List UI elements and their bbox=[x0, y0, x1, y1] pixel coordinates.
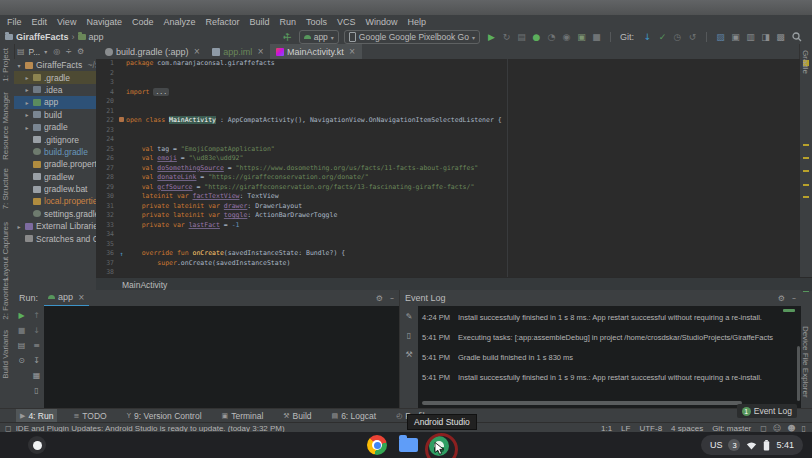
warning-mark[interactable] bbox=[803, 170, 809, 172]
apply-changes-icon[interactable]: ↻ bbox=[500, 31, 513, 44]
stop-icon[interactable]: ■ bbox=[18, 326, 26, 335]
trash-icon[interactable]: ▯ bbox=[407, 331, 411, 340]
tree-item-idea[interactable]: ▸.idea bbox=[14, 84, 96, 96]
gear-icon[interactable]: ⚙ bbox=[778, 294, 785, 303]
search-icon[interactable] bbox=[792, 32, 802, 42]
tree-item-gradle[interactable]: ▸gradle bbox=[14, 121, 96, 133]
attach-profiler-icon[interactable]: ◉ bbox=[560, 31, 573, 44]
tree-item-gitignore[interactable]: .gitignore bbox=[14, 133, 96, 145]
debug-icon[interactable]: ● bbox=[530, 31, 543, 44]
settings-box-icon[interactable]: ▩ bbox=[774, 31, 787, 44]
breadcrumb-class[interactable]: MainActivity bbox=[122, 280, 167, 290]
tree-item-build-gradle[interactable]: build.gradle bbox=[14, 146, 96, 158]
minimize-icon[interactable]: – bbox=[792, 294, 796, 303]
menu-item-file[interactable]: File bbox=[2, 15, 27, 30]
locate-file-icon[interactable]: ◎ bbox=[53, 47, 60, 56]
up-stack-trace-icon[interactable]: ↑ bbox=[33, 311, 40, 320]
chevron-right-icon[interactable]: ▸ bbox=[16, 223, 22, 230]
event-log-content[interactable]: 4:24 PMInstall successfully finished in … bbox=[418, 306, 801, 408]
clear-all-icon[interactable]: ▯ bbox=[34, 386, 38, 395]
attach-debugger-icon[interactable]: ▣ bbox=[575, 31, 588, 44]
warning-mark[interactable] bbox=[803, 184, 809, 186]
close-icon[interactable]: × bbox=[194, 47, 201, 56]
soft-wrap-icon[interactable]: ≡ bbox=[33, 341, 40, 350]
tree-item-app[interactable]: ▸app bbox=[14, 96, 96, 108]
profile-icon[interactable]: ◔ bbox=[545, 31, 558, 44]
minimize-icon[interactable]: – bbox=[390, 294, 394, 303]
avd-manager-icon[interactable]: ▥ bbox=[744, 31, 757, 44]
menu-item-analyze[interactable]: Analyze bbox=[158, 15, 200, 30]
tool-window-button-build[interactable]: ⚒Build bbox=[279, 409, 315, 423]
files-app-icon[interactable] bbox=[399, 438, 418, 452]
menu-item-window[interactable]: Window bbox=[361, 15, 403, 30]
run-tab-app[interactable]: app × bbox=[44, 290, 89, 307]
print-icon[interactable]: ▦ bbox=[33, 371, 41, 380]
code-editor[interactable]: 1package com.naranjaconsal.giraffefacts2… bbox=[96, 59, 800, 277]
editor-tab-app-iml[interactable]: app.iml× bbox=[206, 44, 270, 59]
warning-mark[interactable] bbox=[803, 157, 809, 159]
menu-item-vcs[interactable]: VCS bbox=[332, 15, 361, 30]
horizontal-scrollbar[interactable] bbox=[422, 401, 742, 405]
wrench-icon[interactable]: ⚒ bbox=[405, 350, 412, 359]
chevron-right-icon[interactable]: ▸ bbox=[24, 124, 30, 131]
run-configuration-select[interactable]: app ▾ bbox=[299, 30, 339, 44]
settings-gear-icon[interactable]: ⚙ bbox=[77, 47, 84, 56]
pencil-icon[interactable]: ✎ bbox=[406, 312, 413, 321]
menu-item-build[interactable]: Build bbox=[244, 15, 274, 30]
stripe-button-gradle[interactable]: Gradle bbox=[801, 50, 810, 74]
stripe-button-layout-captures[interactable]: Layout Captures bbox=[1, 222, 10, 281]
stripe-button-build-variants[interactable]: Build Variants bbox=[1, 330, 10, 379]
tree-item-settings-gradle[interactable]: settings.gradle bbox=[14, 208, 96, 220]
down-stack-trace-icon[interactable]: ↓ bbox=[33, 326, 40, 335]
tree-item-gradlew[interactable]: gradlew bbox=[14, 171, 96, 183]
tree-item-gradle[interactable]: ▸.gradle bbox=[14, 71, 96, 83]
editor-tab-build-gradle-app[interactable]: build.gradle (:app)× bbox=[99, 44, 206, 59]
close-icon[interactable]: × bbox=[349, 47, 356, 56]
menu-item-view[interactable]: View bbox=[52, 15, 81, 30]
menu-item-help[interactable]: Help bbox=[403, 15, 432, 30]
project-views-icon[interactable]: ▤ bbox=[17, 47, 25, 56]
stripe-button-2-favorites[interactable]: 2: Favorites bbox=[1, 278, 10, 320]
tree-item-giraffefacts[interactable]: ▾GiraffeFacts ~/S bbox=[14, 59, 96, 71]
git-commit-icon[interactable]: ✓ bbox=[656, 31, 669, 44]
menu-item-tools[interactable]: Tools bbox=[301, 15, 332, 30]
stripe-button-1-project[interactable]: 1: Project bbox=[1, 48, 10, 82]
launcher-button[interactable] bbox=[28, 436, 46, 454]
tool-window-button-todo[interactable]: ≡TODO bbox=[69, 409, 110, 423]
tree-item-build[interactable]: ▸build bbox=[14, 109, 96, 121]
menu-item-edit[interactable]: Edit bbox=[27, 15, 53, 30]
warning-mark[interactable] bbox=[803, 196, 809, 198]
tree-item-external-libraries[interactable]: ▸External Libraries bbox=[14, 220, 96, 232]
tool-window-button-4-run[interactable]: ▶4: Run bbox=[16, 409, 57, 423]
device-select[interactable]: Google Google Pixelbook Go ▾ bbox=[344, 30, 480, 44]
chrome-icon[interactable] bbox=[367, 435, 387, 455]
git-update-icon[interactable]: ↓ bbox=[641, 31, 654, 44]
vertical-scrollbar[interactable] bbox=[797, 346, 800, 401]
event-log-button[interactable]: 1 Event Log bbox=[737, 404, 797, 418]
device-manager-icon[interactable]: ▣ bbox=[729, 31, 742, 44]
tree-item-gradlew-bat[interactable]: gradlew.bat bbox=[14, 183, 96, 195]
warning-mark[interactable] bbox=[803, 144, 809, 146]
project-view-selector[interactable]: P... bbox=[29, 47, 41, 57]
project-tree[interactable]: ▾GiraffeFacts ~/S▸.gradle▸.idea▸app▸buil… bbox=[14, 59, 97, 290]
editor-tab-mainactivity-kt[interactable]: MainActivity.kt× bbox=[270, 44, 362, 59]
tool-window-button-terminal[interactable]: ▣Terminal bbox=[218, 409, 268, 423]
tool-window-button-6-logcat[interactable]: ▤6: Logcat bbox=[328, 409, 381, 423]
rerun-icon[interactable]: ▶ bbox=[18, 311, 24, 320]
sync-project-icon[interactable]: ▨ bbox=[714, 31, 727, 44]
menu-item-refactor[interactable]: Refactor bbox=[200, 15, 244, 30]
apply-code-changes-icon[interactable]: ▤ bbox=[515, 31, 528, 44]
tree-item-gradle-propert[interactable]: gradle.propert bbox=[14, 158, 96, 170]
stripe-button-device-file-explorer[interactable]: Device File Explorer bbox=[801, 326, 810, 398]
chevron-right-icon[interactable]: ▸ bbox=[24, 86, 30, 93]
tree-item-scratches-and-co[interactable]: Scratches and Co bbox=[14, 232, 96, 244]
git-history-icon[interactable]: ◷ bbox=[671, 31, 684, 44]
stripe-button-7-structure[interactable]: 7: Structure bbox=[1, 168, 10, 209]
breadcrumb-module[interactable]: app bbox=[89, 32, 104, 42]
sdk-manager-icon[interactable]: ◨ bbox=[759, 31, 772, 44]
chevron-right-icon[interactable]: ▸ bbox=[24, 74, 30, 81]
pin-tab-icon[interactable]: ⊙ bbox=[18, 356, 25, 365]
stripe-button-resource-manager[interactable]: Resource Manager bbox=[1, 92, 10, 160]
chevron-down-icon[interactable]: ▾ bbox=[16, 62, 22, 69]
collapse-all-icon[interactable]: ÷ bbox=[65, 47, 72, 56]
